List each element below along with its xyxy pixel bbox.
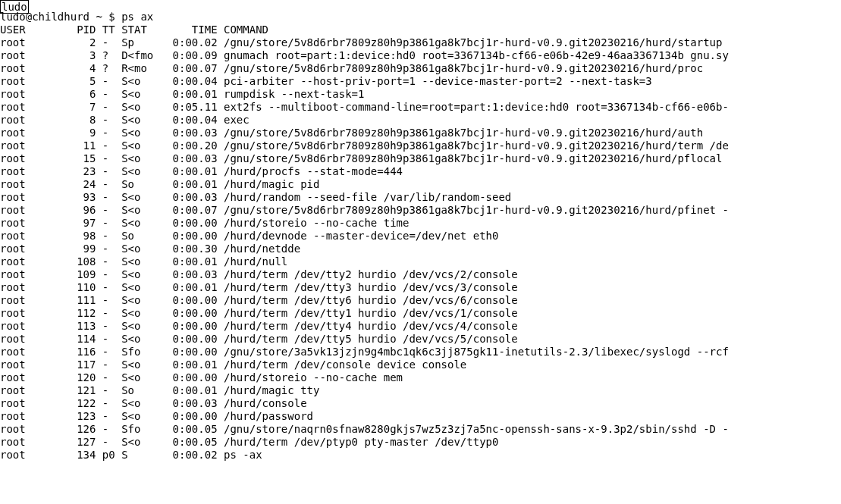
terminal-output[interactable]: ludo@childhurd ~ $ ps ax USER PID TT STA… [0, 11, 729, 462]
